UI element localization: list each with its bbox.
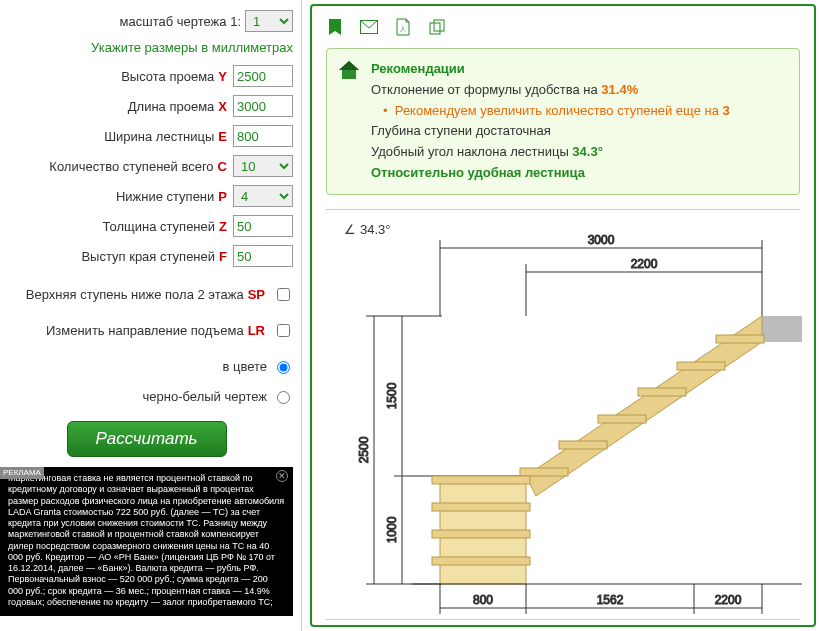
check2-label: Изменить направление подъема xyxy=(46,323,244,338)
check2-letter: LR xyxy=(248,323,265,338)
reco-line5: Относительно удобная лестница xyxy=(371,163,787,184)
units-note: Укажите размеры в миллиметрах xyxy=(0,40,293,55)
field-label-2: Ширина лестницы xyxy=(104,129,214,144)
svg-text:800: 800 xyxy=(473,593,493,607)
check2[interactable] xyxy=(277,324,290,337)
svg-rect-26 xyxy=(598,415,646,423)
field-label-5: Толщина ступеней xyxy=(103,219,215,234)
svg-text:∠: ∠ xyxy=(344,222,356,237)
field-input-5[interactable] xyxy=(233,215,293,237)
svg-rect-28 xyxy=(677,362,725,370)
radio2-label: черно-белый чертеж xyxy=(143,389,267,404)
drawing-area: ∠ 34.3° 3000 2200 2500 xyxy=(326,209,800,620)
svg-text:1562: 1562 xyxy=(597,593,624,607)
ad-block: РЕКЛАМА ✕ Маркетинговая ставка не являет… xyxy=(0,467,293,616)
svg-rect-29 xyxy=(716,335,764,343)
field-label-3: Количество ступеней всего xyxy=(49,159,213,174)
field-letter-0: Y xyxy=(218,69,227,84)
field-input-2[interactable] xyxy=(233,125,293,147)
svg-rect-24 xyxy=(520,468,568,476)
calculate-button[interactable]: Рассчитать xyxy=(67,421,227,457)
field-select-4[interactable]: 4 xyxy=(233,185,293,207)
reco-title: Рекомендации xyxy=(371,59,787,80)
svg-rect-32 xyxy=(432,503,530,511)
field-label-0: Высота проема xyxy=(121,69,214,84)
field-letter-1: X xyxy=(218,99,227,114)
check1-label: Верхняя ступень ниже пола 2 этажа xyxy=(26,287,244,302)
reco-line4: Удобный угол наклона лестницы 34.3° xyxy=(371,142,787,163)
svg-rect-31 xyxy=(432,476,530,484)
field-input-1[interactable] xyxy=(233,95,293,117)
field-letter-4: P xyxy=(218,189,227,204)
svg-text:2500: 2500 xyxy=(357,436,371,463)
svg-text:2200: 2200 xyxy=(631,257,658,271)
scale-label: масштаб чертежа 1: xyxy=(120,14,241,29)
field-letter-2: E xyxy=(218,129,227,144)
house-icon xyxy=(337,59,361,88)
check1[interactable] xyxy=(277,288,290,301)
field-label-6: Выступ края ступеней xyxy=(81,249,215,264)
check1-letter: SP xyxy=(248,287,265,302)
radio-color[interactable] xyxy=(277,361,290,374)
svg-rect-25 xyxy=(559,441,607,449)
copy-icon[interactable] xyxy=(428,18,446,36)
ad-tag: РЕКЛАМА xyxy=(0,467,44,479)
ad-text: Маркетинговая ставка не является процент… xyxy=(8,473,284,607)
field-label-1: Длина проема xyxy=(128,99,215,114)
recommendations-box: Рекомендации Отклонение от формулы удобс… xyxy=(326,48,800,195)
reco-line3: Глубина ступени достаточная xyxy=(371,121,787,142)
svg-text:2200: 2200 xyxy=(715,593,742,607)
field-label-4: Нижние ступени xyxy=(116,189,214,204)
field-input-6[interactable] xyxy=(233,245,293,267)
radio1-label: в цвете xyxy=(222,359,267,374)
field-letter-5: Z xyxy=(219,219,227,234)
svg-rect-2 xyxy=(430,23,440,34)
scale-select[interactable]: 1 xyxy=(245,10,293,32)
radio-bw[interactable] xyxy=(277,391,290,404)
reco-line1: Отклонение от формулы удобства на 31.4% xyxy=(371,80,787,101)
svg-text:34.3°: 34.3° xyxy=(360,222,391,237)
ad-close-icon[interactable]: ✕ xyxy=(276,470,288,482)
svg-rect-33 xyxy=(432,530,530,538)
svg-text:1000: 1000 xyxy=(385,516,399,543)
svg-rect-22 xyxy=(762,316,802,342)
field-letter-6: F xyxy=(219,249,227,264)
svg-text:人: 人 xyxy=(400,26,406,32)
bookmark-icon[interactable] xyxy=(326,18,344,36)
mail-icon[interactable] xyxy=(360,18,378,36)
svg-rect-3 xyxy=(434,20,444,31)
svg-rect-34 xyxy=(432,557,530,565)
field-input-0[interactable] xyxy=(233,65,293,87)
field-letter-3: C xyxy=(218,159,227,174)
pdf-icon[interactable]: 人 xyxy=(394,18,412,36)
svg-rect-27 xyxy=(638,388,686,396)
field-select-3[interactable]: 10 xyxy=(233,155,293,177)
svg-text:1500: 1500 xyxy=(385,382,399,409)
svg-text:3000: 3000 xyxy=(588,233,615,247)
reco-line2: • Рекомендуем увеличить количество ступе… xyxy=(371,101,787,122)
